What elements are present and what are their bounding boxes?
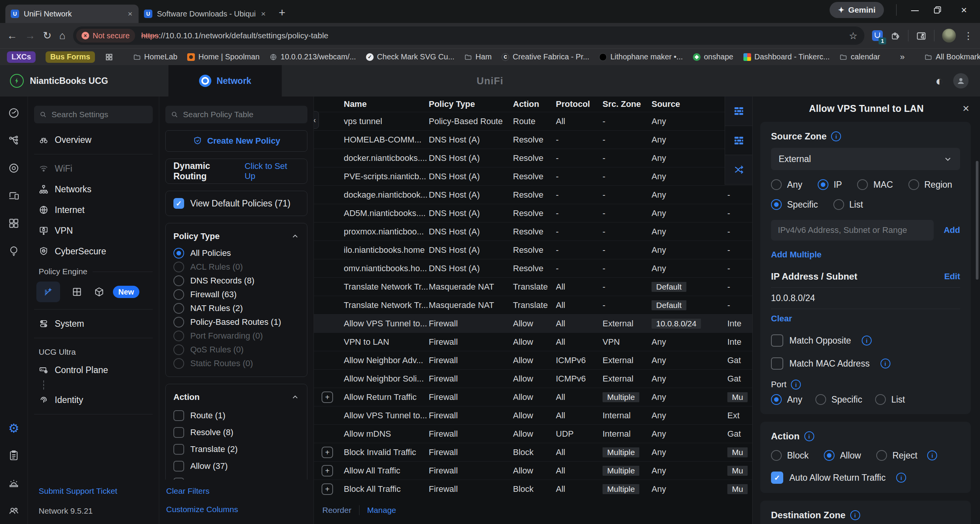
close-tab-icon[interactable]: × (127, 9, 133, 18)
radio-any[interactable]: Any (771, 394, 802, 405)
match-opposite-row[interactable]: Match Opposite (771, 334, 960, 347)
tab-software-downloads[interactable]: U Software Downloads - Ubiquiti × (139, 5, 272, 23)
table-row[interactable]: AD5M.nianticbooks.... DNS Host (A) Resol… (314, 204, 752, 222)
table-row[interactable]: vps tunnel Policy-Based Route Route All … (314, 112, 752, 130)
action-filter-option[interactable]: Route (1) (173, 407, 299, 424)
table-row[interactable]: HOMELAB-COMM... DNS Host (A) Resolve - -… (314, 130, 752, 149)
radio-list[interactable]: List (833, 199, 863, 210)
table-row[interactable]: docker.nianticbooks.... DNS Host (A) Res… (314, 149, 752, 167)
nav-item-cybersecure[interactable]: CyberSecure (34, 241, 153, 262)
bookmark-tinkercad[interactable]: Dashboard - Tinkerc... (743, 52, 830, 61)
restore-button[interactable] (933, 6, 946, 14)
nav-item-internet[interactable]: Internet (34, 200, 153, 220)
collapse-filters-button[interactable]: « (314, 111, 319, 129)
table-row[interactable]: Translate Network Tr... Masquerade NAT T… (314, 296, 752, 314)
bookmark-star-icon[interactable]: ☆ (849, 30, 858, 41)
policy-type-option[interactable]: Port Forwarding (0) (173, 329, 299, 343)
minimize-button[interactable] (909, 4, 921, 16)
expand-row-button[interactable]: + (322, 447, 333, 458)
action-filter-option[interactable]: Resolve (8) (173, 424, 299, 441)
all-bookmarks-button[interactable]: All Bookmarks (924, 52, 980, 61)
table-row[interactable]: + Block Invalid Traffic Firewall Block A… (314, 443, 752, 461)
edit-link[interactable]: Edit (944, 272, 960, 282)
profile-avatar[interactable] (942, 29, 956, 43)
reload-button[interactable]: ↻ (43, 31, 52, 41)
view-default-policies-card[interactable]: View Default Policies (71) (165, 191, 307, 216)
tab-network[interactable]: Network (168, 65, 282, 97)
chevron-up-icon[interactable] (291, 393, 299, 401)
column-policy-type[interactable]: Policy Type (429, 99, 513, 109)
bookmark-onshape[interactable]: onshape (693, 52, 733, 61)
policy-type-option[interactable]: All Policies (173, 246, 299, 260)
new-tab-button[interactable]: + (279, 7, 286, 18)
radio-mac[interactable]: MAC (857, 179, 893, 190)
browser-menu-icon[interactable]: ⋮ (964, 30, 973, 41)
settings-search[interactable] (34, 106, 153, 123)
radio-allow[interactable]: Allow (824, 450, 861, 461)
not-secure-chip[interactable]: × Not secure (76, 29, 135, 43)
nav-item-identity[interactable]: Identity (34, 390, 153, 410)
table-row[interactable]: + Block All Traffic Firewall Block All M… (314, 480, 752, 498)
ip-address-input[interactable] (771, 220, 934, 241)
table-row[interactable]: Allow Neighbor Soli... Firewall Allow IC… (314, 369, 752, 388)
bookmarks-overflow-icon[interactable]: » (900, 52, 905, 62)
table-row[interactable]: + Allow All Traffic Firewall Allow All M… (314, 461, 752, 480)
panel-scrollbar[interactable] (976, 161, 978, 280)
manage-link[interactable]: Manage (367, 506, 396, 515)
policy-grid-button[interactable] (72, 287, 82, 297)
expand-row-button[interactable]: + (322, 391, 333, 403)
info-icon[interactable] (804, 431, 814, 441)
column-source[interactable]: Source (652, 99, 727, 109)
radio-reject[interactable]: Reject (876, 450, 937, 461)
forward-button[interactable]: → (25, 31, 35, 41)
action-filter-option[interactable]: Allow (37) (173, 458, 299, 475)
radio-specific[interactable]: Specific (771, 199, 818, 210)
extensions-puzzle-icon[interactable] (890, 31, 900, 41)
ports-icon[interactable] (8, 218, 20, 229)
column-src-zone[interactable]: Src. Zone (603, 99, 652, 109)
bookmark-lxcs[interactable]: LXCs (7, 51, 36, 63)
policy-type-option[interactable]: NAT Rules (2) (173, 301, 299, 315)
close-window-button[interactable]: × (958, 4, 970, 16)
policy-cube-button[interactable] (94, 287, 105, 297)
info-icon[interactable] (896, 473, 906, 483)
add-multiple-link[interactable]: Add Multiple (771, 250, 960, 260)
table-row[interactable]: Allow VPS Tunnel to... Firewall Allow Al… (314, 314, 752, 332)
auto-allow-return-row[interactable]: Auto Allow Return Traffic (771, 472, 960, 484)
home-button[interactable]: ⌂ (59, 31, 65, 41)
policy-type-option[interactable]: Firewall (63) (173, 288, 299, 301)
table-row[interactable]: dockage.nianticbook... DNS Host (A) Reso… (314, 185, 752, 204)
nav-item-overview[interactable]: Overview (34, 129, 153, 150)
dynamic-routing-setup-link[interactable]: Click to Set Up (245, 161, 299, 181)
info-icon[interactable] (880, 359, 890, 368)
close-panel-icon[interactable]: × (962, 103, 969, 114)
policy-type-option[interactable]: Static Routes (0) (173, 357, 299, 370)
column-protocol[interactable]: Protocol (556, 99, 603, 109)
policy-type-option[interactable]: ACL Rules (0) (173, 260, 299, 274)
dashboard-icon[interactable] (8, 107, 20, 119)
info-icon[interactable] (831, 131, 841, 141)
radio-block[interactable]: Block (771, 450, 808, 461)
admins-icon[interactable] (8, 505, 20, 516)
radio-list[interactable]: List (875, 394, 905, 405)
radio-ip[interactable]: IP (818, 179, 842, 190)
system-log-icon[interactable] (8, 450, 20, 461)
info-icon[interactable] (850, 510, 860, 520)
table-row[interactable]: PVE-scripts.nianticb... DNS Host (A) Res… (314, 167, 752, 185)
topology-icon[interactable] (8, 135, 20, 146)
close-tab-icon[interactable]: × (260, 9, 266, 18)
table-row[interactable]: ilo.nianticbooks.home DNS Host (A) Resol… (314, 241, 752, 259)
reorder-link[interactable]: Reorder (322, 506, 351, 515)
info-icon[interactable] (862, 336, 872, 346)
policy-type-option[interactable]: DNS Records (8) (173, 274, 299, 288)
bookmark-calendar[interactable]: calendar (840, 52, 880, 61)
address-bar[interactable]: × Not secure https://10.0.10.1/network/d… (73, 26, 864, 45)
table-row[interactable]: Allow Neighbor Adv... Firewall Allow ICM… (314, 351, 752, 369)
tab-unifi-network[interactable]: U UniFi Network × (5, 5, 139, 23)
policy-table-search-input[interactable] (183, 110, 302, 119)
radio-region[interactable]: Region (908, 179, 952, 190)
settings-search-input[interactable] (52, 110, 147, 119)
nav-item-wifi[interactable]: WiFi (34, 158, 153, 179)
view-default-checkbox[interactable] (173, 198, 184, 209)
bookmark-webcam[interactable]: 10.0.0.213/webcam/... (270, 52, 356, 61)
